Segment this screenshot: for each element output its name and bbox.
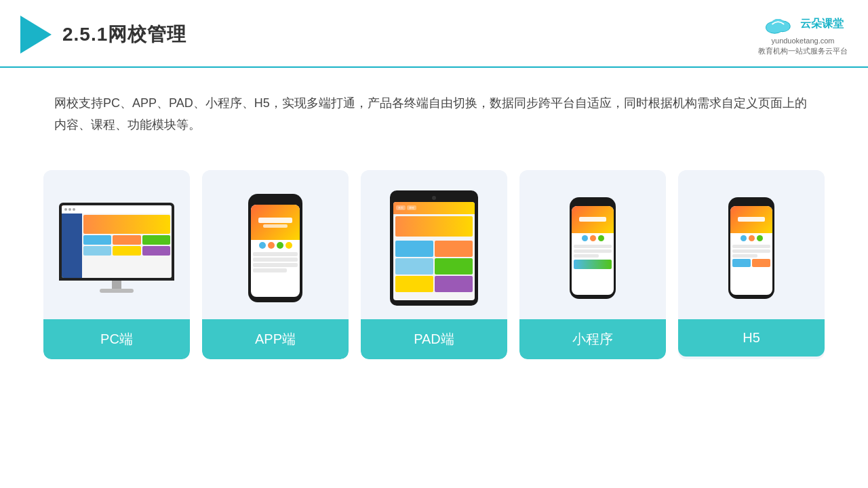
h5-icon-1 xyxy=(741,235,747,241)
pc-image-area xyxy=(43,170,190,319)
cloud-icon xyxy=(762,12,796,36)
monitor-screen-outer xyxy=(59,203,174,281)
mini-text-1 xyxy=(579,217,606,222)
app-screen-top xyxy=(251,205,300,240)
h5-screen xyxy=(730,206,772,295)
h5-image-area xyxy=(678,170,825,319)
app-icon-1 xyxy=(259,242,266,249)
mini-icon-1 xyxy=(582,235,588,241)
miniprogram-phone-mockup xyxy=(570,197,616,299)
mini-list-2 xyxy=(574,249,612,253)
pc-card: PC端 xyxy=(43,170,190,359)
description-text: 网校支持PC、APP、PAD、小程序、H5，实现多端打通，产品各终端自由切换，数… xyxy=(0,68,868,150)
h5-list-1 xyxy=(732,245,770,248)
pad-banner xyxy=(395,216,473,237)
pad-card-3 xyxy=(395,258,433,274)
play-triangle-icon xyxy=(20,16,52,54)
screen-banner xyxy=(83,215,170,234)
pc-label: PC端 xyxy=(43,319,190,359)
pad-card-1 xyxy=(395,241,433,257)
screen-card-3 xyxy=(142,235,170,245)
screen-dot-2 xyxy=(68,208,71,211)
app-icon-3 xyxy=(277,242,283,249)
screen-body xyxy=(62,214,172,278)
app-phone-notch xyxy=(267,199,283,203)
app-phone-screen xyxy=(251,205,300,297)
pad-mockup: 首页 课程 xyxy=(390,190,478,306)
h5-text-1 xyxy=(738,217,765,222)
miniprogram-card: 小程序 xyxy=(519,170,666,359)
pad-screen-content: 首页 课程 xyxy=(393,202,475,300)
mini-icons-row xyxy=(572,233,614,243)
monitor-screen-inner xyxy=(62,205,172,278)
mini-card-1 xyxy=(574,260,612,269)
app-list-1 xyxy=(253,252,298,256)
screen-topbar xyxy=(62,205,172,214)
brand-logo: 云朵课堂 yunduoketang.com 教育机构一站式服务云平台 xyxy=(758,12,848,57)
miniprogram-phone-outer xyxy=(570,197,616,299)
pc-mockup xyxy=(59,203,174,293)
pad-screen: 首页 课程 xyxy=(393,202,475,300)
brand-name: 云朵课堂 xyxy=(800,17,844,31)
mini-screen-top xyxy=(572,206,614,233)
monitor-base xyxy=(100,289,134,293)
pad-camera xyxy=(432,196,436,200)
screen-card-1 xyxy=(83,235,111,245)
pad-outer: 首页 课程 xyxy=(390,190,478,306)
miniprogram-label: 小程序 xyxy=(519,319,666,359)
pad-image-area: 首页 课程 xyxy=(361,170,507,319)
mini-list-1 xyxy=(574,245,612,248)
mini-icon-3 xyxy=(598,235,604,241)
app-text-1 xyxy=(258,218,292,223)
app-list-4 xyxy=(253,268,287,272)
monitor-neck xyxy=(112,281,121,289)
screen-cards-row-2 xyxy=(83,246,170,256)
pad-card-2 xyxy=(435,241,473,257)
screen-card-5 xyxy=(113,246,140,256)
pad-card-5 xyxy=(395,276,433,292)
h5-list-2 xyxy=(732,249,770,253)
app-text-2 xyxy=(263,224,288,228)
h5-icon-3 xyxy=(757,235,763,241)
app-phone-mockup xyxy=(248,194,302,302)
mini-icon-2 xyxy=(590,235,596,241)
header: 2.5.1网校管理 云朵课堂 yunduoketang.com 教育机构一站式服… xyxy=(0,0,868,68)
pad-card-6 xyxy=(435,276,473,292)
h5-phone-outer xyxy=(728,197,774,299)
h5-screen-top xyxy=(730,206,772,233)
app-label: APP端 xyxy=(202,319,349,359)
h5-phone-mockup xyxy=(728,197,774,299)
app-icon-2 xyxy=(268,242,275,249)
screen-dot-3 xyxy=(73,208,75,211)
pad-card: 首页 课程 xyxy=(361,170,507,359)
page-title: 2.5.1网校管理 xyxy=(62,22,186,47)
app-list-3 xyxy=(253,263,298,267)
app-card: APP端 xyxy=(202,170,349,359)
app-screen-text xyxy=(258,216,292,228)
miniprogram-notch xyxy=(586,201,599,205)
description-paragraph: 网校支持PC、APP、PAD、小程序、H5，实现多端打通，产品各终端自由切换，数… xyxy=(54,92,814,136)
app-icons-row xyxy=(251,240,300,251)
h5-icons-row xyxy=(730,233,772,243)
screen-card-6 xyxy=(142,246,170,256)
pad-nav-1: 首页 xyxy=(396,205,406,210)
app-list-2 xyxy=(253,258,298,262)
screen-cards-row-1 xyxy=(83,235,170,245)
h5-label: H5 xyxy=(678,319,825,357)
monitor-screen-content xyxy=(62,205,172,278)
app-image-area xyxy=(202,170,349,319)
screen-sidebar xyxy=(62,214,82,278)
app-icon-4 xyxy=(285,242,292,249)
screen-main xyxy=(82,214,172,278)
brand-tagline: yunduoketang.com 教育机构一站式服务云平台 xyxy=(758,36,848,57)
mini-list-3 xyxy=(574,254,599,258)
screen-card-2 xyxy=(113,235,140,245)
h5-cards-grid xyxy=(732,259,770,267)
cards-container: PC端 xyxy=(0,150,868,380)
h5-list-3 xyxy=(732,254,757,258)
screen-card-4 xyxy=(83,246,111,256)
h5-grid-2 xyxy=(752,259,770,267)
brand-url: yunduoketang.com xyxy=(758,36,848,46)
pad-nav-2: 课程 xyxy=(407,205,416,210)
pad-label: PAD端 xyxy=(361,319,507,359)
